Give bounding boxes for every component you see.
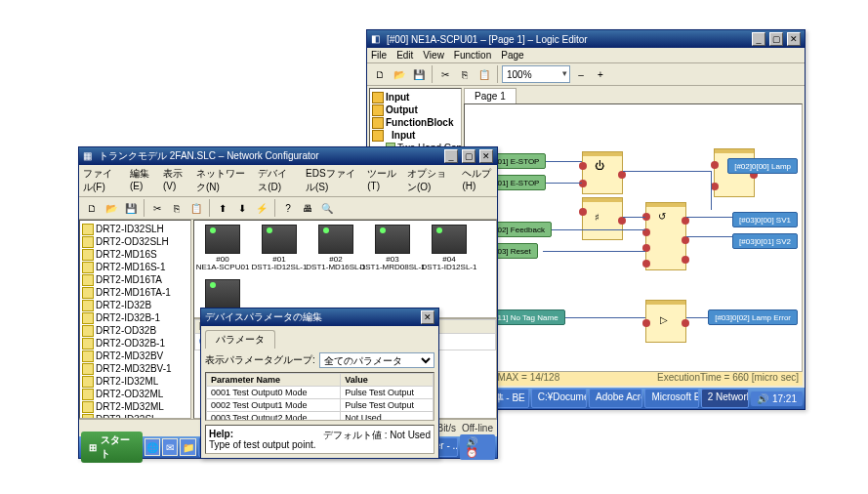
- menu-page[interactable]: Page: [501, 50, 523, 61]
- menu-item[interactable]: オプション(O): [407, 167, 452, 194]
- device-type-node[interactable]: DRT2-MD16TA-1: [82, 286, 188, 299]
- tb-upload-icon[interactable]: ⬆: [214, 199, 231, 217]
- tab-parameters[interactable]: パラメータ: [205, 330, 275, 349]
- device-type-node[interactable]: DRT2-ID32SLH: [82, 223, 188, 235]
- start-button[interactable]: ⊞ スタート: [81, 432, 143, 463]
- device-type-tree[interactable]: DRT2-ID32SLHDRT2-OD32SLHDRT2-MD16SDRT2-M…: [79, 220, 191, 419]
- logic-canvas[interactable]: ⏻ ♯ ↺ ⊏ ▷ [#01]0[01] E-STOP[#01]0[01] E-…: [464, 103, 803, 372]
- app-icon: ▦: [83, 150, 95, 162]
- device-type-node[interactable]: DRT2-OD32ML: [82, 388, 188, 400]
- param-group-select[interactable]: 全てのパラメータ: [319, 352, 434, 368]
- maximize-button[interactable]: ▢: [769, 32, 783, 46]
- device-type-node[interactable]: DRT2-ID32B-1: [82, 311, 188, 324]
- device-type-node[interactable]: DRT2-OD32SLH: [82, 235, 188, 248]
- tb-find-icon[interactable]: 🔍: [318, 199, 336, 217]
- tb-open-icon[interactable]: 📂: [103, 199, 120, 217]
- params-titlebar[interactable]: デバイスパラメータの編集 ✕: [201, 309, 438, 326]
- fn-block-2[interactable]: ♯: [582, 197, 623, 240]
- parameter-table[interactable]: Parameter Name Value 0001 Test Output0 M…: [205, 372, 434, 421]
- taskbar-button[interactable]: Adobe Acrobat..: [589, 389, 642, 408]
- logic-output-block[interactable]: [#03]0[00] SV1: [732, 212, 798, 227]
- device-icon[interactable]: #03DST1-MRD08SL-1: [368, 225, 417, 271]
- zoom-combo[interactable]: 100%: [502, 65, 570, 83]
- menu-item[interactable]: ツール(T): [367, 167, 397, 194]
- fn-block-1[interactable]: ⏻: [582, 151, 623, 194]
- tree-input-sub[interactable]: Input: [372, 129, 459, 142]
- tb-help-icon[interactable]: ?: [279, 199, 297, 217]
- tb-zoomin-icon[interactable]: +: [592, 65, 609, 83]
- tb-paste-icon[interactable]: 📋: [187, 199, 205, 217]
- device-type-node[interactable]: DRT2-MD16TA: [82, 273, 188, 286]
- tb-online-icon[interactable]: ⚡: [253, 199, 270, 217]
- device-type-node[interactable]: DRT2-ID32ML: [82, 375, 188, 388]
- parameter-row[interactable]: 0003 Test Output2 ModeNot Used: [207, 412, 434, 422]
- menu-item[interactable]: 表示(V): [163, 167, 186, 194]
- device-icon[interactable]: #04DST1-ID12SL-1: [425, 225, 474, 271]
- device-type-node[interactable]: DRT2-MD16S-1: [82, 261, 188, 273]
- col-paramname[interactable]: Parameter Name: [207, 374, 341, 387]
- tb-paste-icon[interactable]: 📋: [475, 65, 493, 83]
- system-tray[interactable]: 🔊 ⏰: [460, 434, 495, 460]
- tree-fb-group[interactable]: FunctionBlock: [372, 116, 459, 129]
- menu-view[interactable]: View: [423, 50, 444, 61]
- menu-item[interactable]: 編集(E): [130, 167, 153, 194]
- device-type-node[interactable]: DRT2-MD16S: [82, 248, 188, 261]
- parameter-row[interactable]: 0002 Test Output1 ModePulse Test Output: [207, 399, 434, 412]
- tb-cut-icon[interactable]: ✂: [148, 199, 166, 217]
- fn-block-3[interactable]: ↺: [645, 202, 686, 270]
- tb-download-icon[interactable]: ⬇: [233, 199, 251, 217]
- tb-new-icon[interactable]: 🗋: [83, 199, 101, 217]
- nc-titlebar[interactable]: ▦ トランクモデル 2FAN.SLC – Network Configurato…: [79, 147, 497, 165]
- tb-save-icon[interactable]: 💾: [410, 65, 428, 83]
- quicklaunch-icon[interactable]: 📁: [180, 438, 195, 456]
- tb-save-icon[interactable]: 💾: [122, 199, 140, 217]
- col-value[interactable]: Value: [341, 374, 434, 387]
- tree-output-group[interactable]: Output: [372, 103, 459, 116]
- device-icon[interactable]: #01DST1-ID12SL-1: [255, 225, 304, 271]
- device-type-node[interactable]: DRT2-OD32B: [82, 324, 188, 337]
- tb-print-icon[interactable]: 🖶: [299, 199, 316, 217]
- menu-function[interactable]: Function: [454, 50, 491, 61]
- tree-input-group[interactable]: Input: [372, 91, 459, 103]
- le-titlebar[interactable]: ◧ [#00] NE1A-SCPU01 – [Page 1] – Logic E…: [367, 30, 805, 48]
- tb-cut-icon[interactable]: ✂: [436, 65, 454, 83]
- tab-page1[interactable]: Page 1: [464, 88, 517, 103]
- menu-item[interactable]: ネットワーク(N): [196, 167, 248, 194]
- maximize-button[interactable]: ▢: [462, 149, 475, 163]
- menu-item[interactable]: ファイル(F): [83, 167, 120, 194]
- minimize-button[interactable]: _: [444, 149, 458, 163]
- tb-copy-icon[interactable]: ⎘: [168, 199, 186, 217]
- device-type-node[interactable]: DRT2-MD32ML: [82, 400, 188, 413]
- logic-output-block[interactable]: [#03]0[02] Lamp Error: [708, 309, 798, 325]
- menu-item[interactable]: EDSファイル(S): [306, 167, 357, 194]
- device-icon[interactable]: #00NE1A-SCPU01: [198, 225, 247, 271]
- fn-block-5[interactable]: ▷: [645, 300, 686, 343]
- quicklaunch-icon[interactable]: 🌐: [145, 438, 160, 456]
- system-tray[interactable]: 🔊 17:21: [751, 391, 803, 406]
- menu-item[interactable]: デバイス(D): [258, 167, 296, 194]
- taskbar-button[interactable]: C:¥Documents ..: [531, 389, 587, 408]
- menu-item[interactable]: ヘルプ(H): [462, 167, 493, 194]
- taskbar-button[interactable]: 2 Network C..: [701, 389, 749, 408]
- device-type-node[interactable]: DRT2-ID32B: [82, 299, 188, 311]
- menu-file[interactable]: File: [371, 50, 387, 61]
- tb-zoomout-icon[interactable]: –: [572, 65, 590, 83]
- tb-copy-icon[interactable]: ⎘: [456, 65, 474, 83]
- logic-output-block[interactable]: [#03]0[01] SV2: [732, 233, 798, 249]
- network-device-map[interactable]: #00NE1A-SCPU01#01DST1-ID12SL-1#02DST1-MD…: [194, 221, 496, 318]
- logic-output-block[interactable]: [#02]0[00] Lamp: [727, 158, 798, 174]
- device-type-node[interactable]: DRT2-MD32BV: [82, 350, 188, 362]
- close-button[interactable]: ✕: [787, 32, 801, 46]
- minimize-button[interactable]: _: [752, 32, 765, 46]
- tb-open-icon[interactable]: 📂: [391, 65, 408, 83]
- device-type-node[interactable]: DRT2-MD32BV-1: [82, 362, 188, 375]
- taskbar-button[interactable]: Microsoft Exce..: [644, 389, 698, 408]
- quicklaunch-icon[interactable]: ✉: [162, 438, 178, 456]
- tb-new-icon[interactable]: 🗋: [371, 65, 389, 83]
- parameter-row[interactable]: 0001 Test Output0 ModePulse Test Output: [207, 387, 434, 399]
- device-icon[interactable]: #02DST1-MD16SL-1: [311, 225, 360, 271]
- device-type-node[interactable]: DRT2-OD32B-1: [82, 337, 188, 350]
- close-button[interactable]: ✕: [421, 310, 434, 324]
- menu-edit[interactable]: Edit: [396, 50, 413, 61]
- close-button[interactable]: ✕: [479, 149, 493, 163]
